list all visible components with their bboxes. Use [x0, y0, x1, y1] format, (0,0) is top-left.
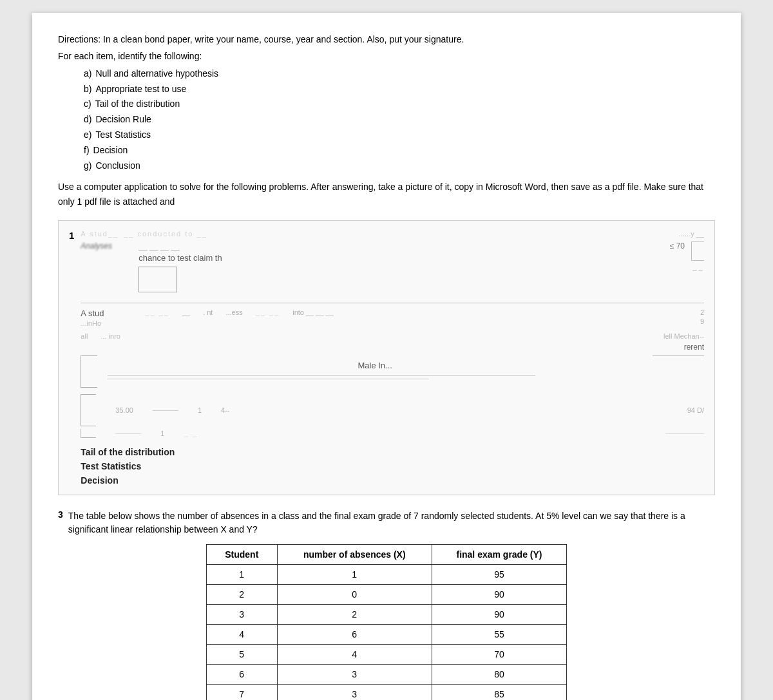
list-item-d: d) Decision Rule	[84, 112, 715, 128]
list-letter-d: d)	[84, 112, 91, 128]
test-stats-label: Test Statistics	[81, 461, 141, 471]
bottom-num1: 35.00	[115, 406, 133, 414]
chance-text: chance to test claim th	[138, 253, 222, 263]
problem1-content: A stud__ __ conducted to __ ......y __ A…	[81, 230, 704, 486]
table-cell: 4	[207, 625, 278, 645]
problem3-table: Student number of absences (X) final exa…	[206, 544, 567, 700]
male-in-row: Male In...	[81, 355, 704, 388]
table-cell: 70	[432, 645, 567, 665]
list-letter-c: c)	[84, 97, 91, 112]
directions-section: Directions: In a clean bond paper, write…	[58, 32, 715, 209]
list-item-e: e) Test Statistics	[84, 128, 715, 143]
table-cell: 95	[432, 565, 567, 585]
table-header-row: Student number of absences (X) final exa…	[207, 545, 567, 565]
list-text-c: Tail of the distribution	[95, 97, 180, 112]
problem3-table-container: Student number of absences (X) final exa…	[58, 544, 715, 700]
list-letter-e: e)	[84, 128, 91, 143]
table-row: 5470	[207, 645, 567, 665]
list-text-e: Test Statistics	[95, 128, 151, 143]
a-student-label: A stud	[81, 308, 132, 318]
list-item-a: a) Null and alternative hypothesis	[84, 66, 715, 82]
inro-text: ... inro	[100, 332, 120, 340]
table-body: 1195209032904655547063807385	[207, 565, 567, 700]
all-text: all	[81, 332, 88, 340]
directions-list: a) Null and alternative hypothesis b) Ap…	[84, 66, 715, 174]
list-letter-f: f)	[84, 143, 90, 158]
directions-line1: Directions: In a clean bond paper, write…	[58, 32, 715, 46]
right-number: ≤ 70	[670, 241, 685, 251]
table-cell: 6	[277, 625, 432, 645]
table-row: 1195	[207, 565, 567, 585]
tail-label: Tail of the distribution	[81, 447, 175, 457]
table-cell: 1	[207, 565, 278, 585]
list-text-a: Null and alternative hypothesis	[95, 66, 218, 82]
table-cell: 3	[277, 685, 432, 700]
table-cell: 2	[207, 585, 278, 605]
inHo-text: ...inHo	[81, 319, 132, 327]
problem3-text: The table below shows the number of abse…	[68, 509, 715, 536]
page: Directions: In a clean bond paper, write…	[32, 13, 741, 700]
all-inro-row: all ... inro lell Mechan--	[81, 332, 704, 340]
table-row: 4655	[207, 625, 567, 645]
table-cell: 5	[207, 645, 278, 665]
table-row: 6380	[207, 665, 567, 685]
ess-text: ...ess	[225, 308, 242, 316]
male-in-text: Male In...	[108, 361, 642, 370]
list-text-g: Conclusion	[95, 158, 140, 174]
table-row: 7385	[207, 685, 567, 700]
table-row: 3290	[207, 605, 567, 625]
col-student: Student	[207, 545, 278, 565]
table-cell: 4	[277, 645, 432, 665]
table-cell: 0	[277, 585, 432, 605]
table-cell: 85	[432, 685, 567, 700]
list-item-c: c) Tail of the distribution	[84, 97, 715, 112]
lell-mechan-text: lell Mechan--	[663, 332, 704, 340]
problem1-number: 1	[69, 230, 74, 241]
table-cell: 90	[432, 605, 567, 625]
analyses-row: Analyses __ __ __ __ chance to test clai…	[81, 241, 704, 296]
problem3-section: 3 The table below shows the number of ab…	[58, 509, 715, 700]
bottom-row2: 1 _ _	[81, 429, 704, 438]
table-cell: 3	[207, 605, 278, 625]
use-computer-text: Use a computer application to solve for …	[58, 180, 715, 209]
list-item-b: b) Appropriate test to use	[84, 82, 715, 97]
table-cell: 6	[207, 665, 278, 685]
table-cell: 3	[277, 665, 432, 685]
labels-row: Tail of the distribution	[81, 447, 704, 457]
table-cell: 2	[277, 605, 432, 625]
table-cell: 90	[432, 585, 567, 605]
decision-label: Decision	[81, 475, 118, 486]
list-text-d: Decision Rule	[95, 112, 151, 128]
list-text-f: Decision	[93, 143, 128, 158]
list-letter-g: g)	[84, 158, 91, 174]
list-item-g: g) Conclusion	[84, 158, 715, 174]
rerent-text: rerent	[81, 343, 704, 352]
bottom-row1: 35.00 1 4-- 94 D/	[81, 394, 704, 426]
table-cell: 7	[207, 685, 278, 700]
problem3-number: 3	[58, 509, 63, 536]
list-item-f: f) Decision	[84, 143, 715, 158]
problem1-section: 1 A stud__ __ conducted to __ ......y __…	[58, 220, 715, 495]
box-shape	[138, 267, 177, 292]
table-cell: 80	[432, 665, 567, 685]
divider1	[81, 303, 704, 303]
list-letter-b: b)	[84, 82, 91, 97]
problem1-header: A stud__ __ conducted to __ ......y __	[81, 230, 704, 238]
table-cell: 1	[277, 565, 432, 585]
list-letter-a: a)	[84, 66, 91, 82]
student-row: A stud ...inHo __ __ __ . nt ...ess __ _…	[81, 308, 704, 327]
directions-line2: For each item, identify the following:	[58, 49, 715, 63]
table-row: 2090	[207, 585, 567, 605]
col-absences: number of absences (X)	[277, 545, 432, 565]
list-text-b: Appropriate test to use	[95, 82, 186, 97]
nt-text: . nt	[203, 308, 213, 316]
col-grade: final exam grade (Y)	[432, 545, 567, 565]
table-cell: 55	[432, 625, 567, 645]
analyses-label: Analyses	[81, 241, 132, 251]
